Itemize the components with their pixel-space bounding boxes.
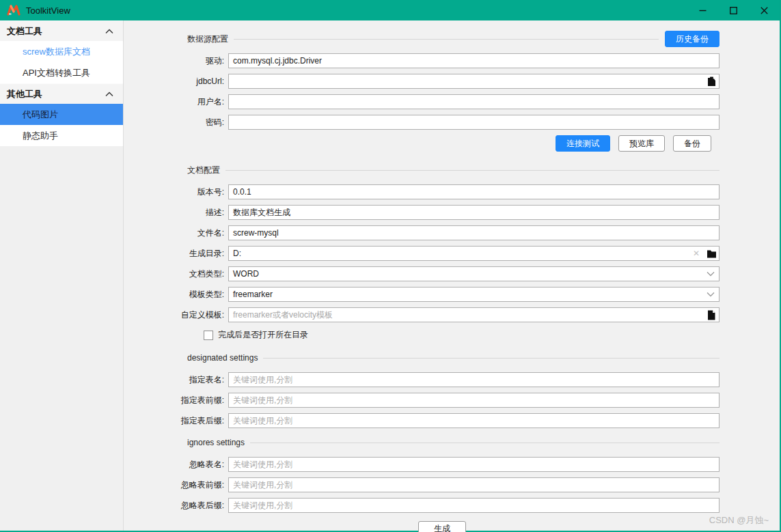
description-label: 描述: — [165, 207, 228, 219]
close-icon — [761, 7, 768, 14]
username-input[interactable] — [228, 94, 720, 109]
preview-db-button[interactable]: 预览库 — [618, 135, 665, 152]
app-window: ToolkitView 文档工具 screw数据库文档 API文档转换 — [0, 0, 781, 532]
username-row: 用户名: — [165, 94, 720, 109]
backup-button[interactable]: 备份 — [673, 135, 711, 152]
ignore-table-prefix-row: 忽略表前缀: — [165, 477, 720, 492]
designated-table-prefix-input[interactable] — [228, 393, 720, 408]
maximize-icon — [730, 7, 737, 14]
chevron-down-icon — [707, 292, 715, 297]
open-dir-row: 完成后是否打开所在目录 — [204, 329, 720, 341]
password-label: 密码: — [165, 117, 228, 128]
sidebar: 文档工具 screw数据库文档 API文档转换工具 其他工具 代码图片 静态助手 — [0, 20, 124, 531]
custom-template-input[interactable] — [228, 307, 720, 322]
sidebar-item-screw-db-doc[interactable]: screw数据库文档 — [0, 41, 123, 62]
sidebar-item-static-helper[interactable]: 静态助手 — [0, 125, 123, 146]
sidebar-group-doc-tools[interactable]: 文档工具 — [0, 20, 123, 41]
designated-table-prefix-label: 指定表前缀: — [165, 395, 228, 406]
driver-input[interactable] — [228, 53, 720, 68]
chevron-down-icon — [707, 271, 715, 277]
history-backup-button[interactable]: 历史备份 — [665, 31, 720, 47]
ignore-table-suffix-row: 忽略表后缀: — [165, 498, 720, 513]
ignore-table-suffix-input[interactable] — [228, 498, 720, 513]
designated-table-suffix-label: 指定表后缀: — [165, 415, 228, 427]
template-type-label: 模板类型: — [165, 289, 228, 300]
maximize-button[interactable] — [718, 0, 749, 20]
designated-table-name-input[interactable] — [228, 372, 720, 387]
template-type-value: freemarker — [233, 290, 273, 299]
driver-label: 驱动: — [165, 55, 228, 67]
ignore-table-name-label: 忽略表名: — [165, 459, 228, 471]
group-title: 文档配置 — [187, 165, 225, 176]
ignore-table-prefix-label: 忽略表前缀: — [165, 479, 228, 491]
doc-type-row: 文档类型: WORD — [165, 266, 720, 281]
sidebar-item-api-doc-convert[interactable]: API文档转换工具 — [0, 62, 123, 83]
sidebar-item-label: API文档转换工具 — [23, 67, 90, 79]
sidebar-group-other-tools[interactable]: 其他工具 — [0, 83, 123, 104]
group-title: designated settings — [187, 353, 263, 363]
template-type-select[interactable]: freemarker — [228, 287, 720, 302]
generate-button[interactable]: 生成 — [418, 521, 466, 532]
main-content: 数据源配置 历史备份 驱动: jdbcUrl: — [124, 20, 780, 531]
minimize-icon — [699, 7, 707, 14]
ignore-table-suffix-label: 忽略表后缀: — [165, 500, 228, 512]
close-button[interactable] — [749, 0, 780, 20]
app-logo-icon — [7, 3, 20, 17]
group-divider — [225, 170, 720, 171]
output-dir-input[interactable] — [228, 246, 720, 261]
connection-test-button[interactable]: 连接测试 — [556, 135, 610, 152]
output-dir-label: 生成目录: — [165, 248, 228, 260]
minimize-button[interactable] — [687, 0, 718, 20]
generate-row: 生成 — [165, 521, 720, 532]
doc-type-label: 文档类型: — [165, 268, 228, 280]
template-type-row: 模板类型: freemarker — [165, 287, 720, 302]
password-input[interactable] — [228, 115, 720, 130]
sidebar-group-title: 文档工具 — [7, 25, 42, 38]
version-label: 版本号: — [165, 186, 228, 198]
designated-table-prefix-row: 指定表前缀: — [165, 393, 720, 408]
ignore-table-prefix-input[interactable] — [228, 477, 720, 492]
file-name-label: 文件名: — [165, 227, 228, 239]
chevron-up-icon — [105, 29, 113, 34]
paste-icon[interactable] — [706, 76, 717, 87]
description-row: 描述: — [165, 205, 720, 220]
doc-type-value: WORD — [233, 269, 259, 279]
description-input[interactable] — [228, 205, 720, 220]
ignore-table-name-row: 忽略表名: — [165, 457, 720, 472]
sidebar-item-label: screw数据库文档 — [23, 46, 90, 58]
open-dir-checkbox-label: 完成后是否打开所在目录 — [218, 329, 308, 341]
group-divider — [263, 358, 720, 359]
datasource-group-header: 数据源配置 历史备份 — [187, 30, 720, 48]
designated-table-suffix-input[interactable] — [228, 413, 720, 428]
doc-config-group-header: 文档配置 — [187, 161, 720, 179]
ignore-table-name-input[interactable] — [228, 457, 720, 472]
sidebar-group-title: 其他工具 — [7, 88, 42, 100]
title-bar: ToolkitView — [0, 0, 780, 20]
file-icon[interactable] — [706, 309, 717, 320]
sidebar-item-label: 静态助手 — [23, 130, 58, 142]
version-row: 版本号: — [165, 184, 720, 199]
designated-table-suffix-row: 指定表后缀: — [165, 413, 720, 428]
folder-icon[interactable] — [706, 248, 717, 259]
group-title: 数据源配置 — [187, 33, 234, 45]
version-input[interactable] — [228, 184, 720, 199]
file-name-row: 文件名: — [165, 225, 720, 240]
open-dir-checkbox[interactable] — [204, 331, 213, 340]
designated-table-name-label: 指定表名: — [165, 374, 228, 386]
jdbc-url-row: jdbcUrl: — [165, 74, 720, 89]
username-label: 用户名: — [165, 96, 228, 108]
sidebar-item-code-image[interactable]: 代码图片 — [0, 104, 123, 125]
jdbc-url-input[interactable] — [228, 74, 720, 89]
password-row: 密码: — [165, 115, 720, 130]
sidebar-item-label: 代码图片 — [23, 109, 58, 121]
clear-icon[interactable]: ✕ — [691, 248, 702, 259]
ignores-group-header: ignores settings — [187, 434, 720, 451]
watermark: CSDN @月蚀~ — [709, 514, 769, 527]
doc-type-select[interactable]: WORD — [228, 266, 720, 281]
custom-template-row: 自定义模板: — [165, 307, 720, 322]
sidebar-empty-area — [0, 146, 123, 531]
file-name-input[interactable] — [228, 225, 720, 240]
designated-group-header: designated settings — [187, 349, 720, 367]
driver-row: 驱动: — [165, 53, 720, 68]
datasource-actions: 连接测试 预览库 备份 — [165, 135, 711, 152]
